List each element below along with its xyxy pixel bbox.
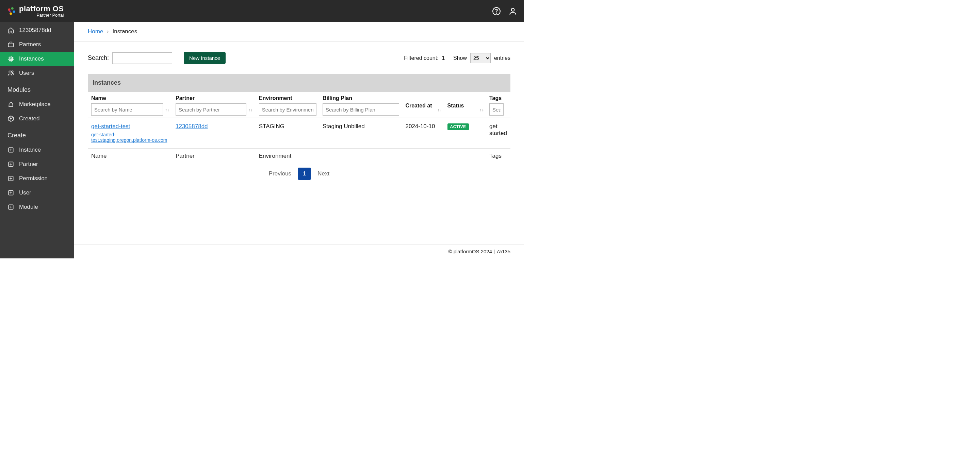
sidebar-item-label: Partners xyxy=(19,41,41,48)
sidebar-create-partner[interactable]: Partner xyxy=(0,157,74,171)
sidebar-item-label: Marketplace xyxy=(19,101,51,108)
cell-tags: get started xyxy=(486,118,511,149)
svg-point-1 xyxy=(11,7,14,10)
pagination-previous[interactable]: Previous xyxy=(266,168,295,179)
footer-partner: Partner xyxy=(172,149,256,164)
plus-box-icon xyxy=(8,161,14,168)
filter-tags-input[interactable] xyxy=(489,103,504,116)
brand-logo-icon xyxy=(7,6,16,16)
help-icon[interactable] xyxy=(492,7,501,16)
filter-environment-input[interactable] xyxy=(259,103,317,116)
sidebar-module-created[interactable]: Created xyxy=(0,111,74,126)
partner-link[interactable]: 12305878dd xyxy=(176,123,208,130)
sidebar-item-label: Module xyxy=(19,204,38,211)
sidebar: 12305878ddPartnersInstancesUsers Modules… xyxy=(0,22,74,259)
home-icon xyxy=(8,27,14,34)
sidebar-create-user[interactable]: User xyxy=(0,186,74,200)
topbar-right xyxy=(492,7,517,16)
col-environment[interactable]: Environment xyxy=(256,92,319,118)
svg-point-3 xyxy=(10,12,12,14)
svg-point-6 xyxy=(496,13,496,13)
sidebar-create-instance[interactable]: Instance xyxy=(0,142,74,157)
sidebar-item-label: 12305878dd xyxy=(19,27,51,34)
filter-billing-plan-input[interactable] xyxy=(323,103,399,116)
instance-name-link[interactable]: get-started-test xyxy=(91,123,130,130)
col-tags[interactable]: Tags xyxy=(486,92,511,118)
col-created-at-label: Created at xyxy=(405,103,441,109)
svg-rect-10 xyxy=(10,58,12,60)
sidebar-module-marketplace[interactable]: Marketplace xyxy=(0,96,74,111)
sort-icon[interactable]: ↑↓ xyxy=(438,107,442,112)
breadcrumb-home[interactable]: Home xyxy=(88,28,103,35)
show-entries-select[interactable]: 25 xyxy=(470,53,491,63)
breadcrumb-separator: › xyxy=(107,28,109,35)
col-billing-plan[interactable]: Billing Plan xyxy=(319,92,402,118)
col-tags-label: Tags xyxy=(489,95,508,101)
svg-rect-8 xyxy=(8,43,14,47)
sidebar-create-module[interactable]: Module xyxy=(0,200,74,214)
entries-label: entries xyxy=(494,55,511,61)
plus-box-icon xyxy=(8,175,14,182)
sidebar-item-label: Created xyxy=(19,115,40,122)
col-name[interactable]: Name ↑↓ xyxy=(88,92,172,118)
col-created-at[interactable]: Created at ↑↓ xyxy=(402,92,444,118)
filter-name-input[interactable] xyxy=(91,103,163,116)
cpu-icon xyxy=(8,56,14,62)
search-label: Search: xyxy=(88,54,109,62)
brand-subtitle: Partner Portal xyxy=(19,13,64,18)
sort-icon[interactable]: ↑↓ xyxy=(479,107,484,112)
plus-box-icon xyxy=(8,146,14,153)
user-icon[interactable] xyxy=(508,7,517,16)
col-status[interactable]: Status ↑↓ xyxy=(444,92,486,118)
svg-point-7 xyxy=(511,8,514,11)
footer-environment: Environment xyxy=(256,149,319,164)
footer: © platformOS 2024 | 7a135 xyxy=(74,244,524,259)
footer-tags: Tags xyxy=(486,149,511,164)
table-title: Instances xyxy=(88,74,511,92)
plus-box-icon xyxy=(8,189,14,196)
show-label: Show xyxy=(453,55,467,61)
new-instance-button[interactable]: New Instance xyxy=(184,52,226,64)
filtered-count-label: Filtered count: xyxy=(404,55,438,61)
sort-icon[interactable]: ↑↓ xyxy=(165,107,169,112)
filter-partner-input[interactable] xyxy=(176,103,247,116)
cell-created-at: 2024-10-10 xyxy=(402,118,444,149)
brand-text: platform OS Partner Portal xyxy=(19,5,64,18)
search-input[interactable] xyxy=(112,52,172,64)
pagination-next[interactable]: Next xyxy=(314,168,333,179)
cube-icon xyxy=(8,115,14,122)
instance-host-link[interactable]: get-started-test.staging.oregon.platform… xyxy=(91,132,169,143)
pagination-page-1[interactable]: 1 xyxy=(298,168,311,180)
svg-point-4 xyxy=(9,10,11,12)
toolbar: Search: New Instance Filtered count: 1 S… xyxy=(88,52,511,64)
sidebar-item-label: Instances xyxy=(19,56,44,62)
brand-name: platform OS xyxy=(19,5,64,13)
sort-icon[interactable]: ↑↓ xyxy=(248,107,253,112)
sidebar-item-partners[interactable]: Partners xyxy=(0,37,74,52)
breadcrumb: Home › Instances xyxy=(74,22,524,41)
sidebar-create-permission[interactable]: Permission xyxy=(0,171,74,186)
cell-billing-plan: Staging Unbilled xyxy=(319,118,402,149)
status-badge: ACTIVE xyxy=(447,124,469,130)
users-icon xyxy=(8,70,14,76)
sidebar-item-users[interactable]: Users xyxy=(0,66,74,80)
topbar: platform OS Partner Portal xyxy=(0,0,524,22)
col-partner[interactable]: Partner ↑↓ xyxy=(172,92,256,118)
brand[interactable]: platform OS Partner Portal xyxy=(7,5,64,18)
sidebar-item-label: Instance xyxy=(19,146,41,153)
col-partner-label: Partner xyxy=(176,95,253,101)
sidebar-item-12305878dd[interactable]: 12305878dd xyxy=(0,22,74,37)
col-billing-plan-label: Billing Plan xyxy=(323,95,399,101)
pagination: Previous 1 Next xyxy=(88,163,511,187)
svg-rect-9 xyxy=(9,57,13,60)
footer-text: © platformOS 2024 | 7a135 xyxy=(448,249,511,254)
svg-point-11 xyxy=(9,71,11,73)
sidebar-item-label: Permission xyxy=(19,175,48,182)
svg-point-2 xyxy=(13,10,15,13)
cell-environment: STAGING xyxy=(256,118,319,149)
table-row: get-started-test get-started-test.stagin… xyxy=(88,118,511,149)
instances-table-wrap: Instances Name ↑↓ xyxy=(88,74,511,187)
col-environment-label: Environment xyxy=(259,95,317,101)
sidebar-item-label: Users xyxy=(19,70,34,76)
sidebar-item-instances[interactable]: Instances xyxy=(0,52,74,66)
